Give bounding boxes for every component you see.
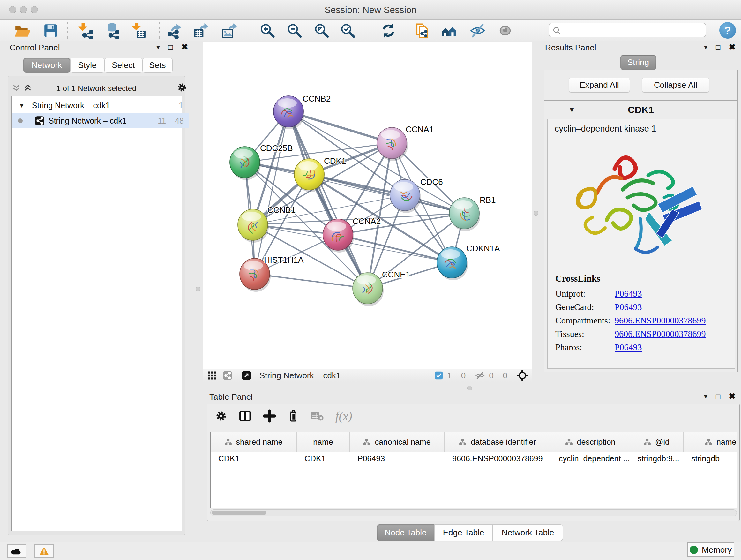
network-panel-gear-icon[interactable] (177, 82, 187, 93)
crosslink-link[interactable]: P06493 (615, 289, 642, 299)
clone-network-icon[interactable] (414, 23, 430, 39)
table-cell[interactable]: stringdb:9... (630, 452, 684, 465)
warnings-button[interactable] (35, 544, 54, 558)
collapse-all-button[interactable]: Collapse All (642, 78, 710, 92)
expand-all-button[interactable]: Expand All (569, 78, 630, 92)
column-header-name[interactable]: name (297, 432, 350, 452)
column-header-shared-name[interactable]: shared name (211, 432, 297, 452)
table-tabs: Node Table Edge Table Network Table (377, 524, 563, 541)
node-CCNB1[interactable] (238, 209, 269, 243)
detach-view-icon[interactable] (242, 371, 251, 380)
crosslink-label: Uniprot: (555, 289, 615, 299)
crosslink-link[interactable]: P06493 (615, 302, 642, 312)
table-cell[interactable]: P06493 (350, 452, 445, 465)
tab-select[interactable]: Select (105, 58, 142, 73)
float-panel-icon[interactable]: □ (716, 392, 721, 401)
save-session-icon[interactable] (43, 23, 59, 39)
hide-selected-eye-slash-icon[interactable] (470, 23, 486, 39)
export-image-icon[interactable] (221, 23, 237, 39)
crosslink-link[interactable]: 9606.ENSP00000378699 (615, 329, 705, 339)
tab-node-table[interactable]: Node Table (377, 524, 434, 541)
column-type-icon (705, 439, 712, 445)
zoom-in-icon[interactable] (259, 23, 275, 39)
network-collection-row[interactable]: ▼ String Network – cdk1 1 (12, 98, 189, 113)
tab-network[interactable]: Network (23, 58, 70, 73)
node-table: shared namenamecanonical namedatabase id… (210, 432, 737, 508)
tab-network-table[interactable]: Network Table (493, 524, 563, 541)
table-options-gear-icon[interactable] (215, 410, 227, 422)
node-CDK1[interactable] (294, 159, 325, 192)
crosslink-label: GeneCard: (555, 302, 615, 312)
zoom-fit-icon[interactable] (313, 23, 329, 39)
table-cell[interactable]: stringdb (684, 452, 737, 465)
float-panel-icon[interactable]: □ (716, 43, 721, 52)
birds-eye-view-icon[interactable] (517, 370, 528, 381)
memory-button[interactable]: Memory (687, 543, 734, 557)
show-columns-icon[interactable] (239, 409, 252, 423)
table-cell[interactable]: CDK1 (297, 452, 350, 465)
table-cell[interactable]: 9606.ENSP00000378699 (445, 452, 551, 465)
node-CDC25B[interactable] (230, 146, 261, 180)
node-RB1[interactable] (449, 198, 480, 231)
node-CCNE1[interactable] (353, 273, 384, 306)
node-CDKN1A[interactable] (437, 247, 468, 280)
close-panel-icon[interactable]: ✖ (729, 391, 736, 401)
column-header-database-identifier[interactable]: database identifier (445, 432, 551, 452)
selected-checkbox-icon[interactable] (434, 371, 443, 380)
refresh-icon[interactable] (381, 23, 396, 39)
node-label-CCNA2: CCNA2 (353, 216, 381, 226)
close-panel-icon[interactable]: ✖ (729, 42, 736, 52)
import-network-from-database-icon[interactable] (104, 23, 119, 39)
table-h-scrollbar-thumb[interactable] (212, 510, 266, 515)
edge-HIST1H1A-CCNE1[interactable] (255, 274, 367, 288)
table-cell[interactable]: cyclin–dependent ... (551, 452, 630, 465)
home-icon[interactable] (441, 23, 457, 39)
create-column-plus-icon[interactable] (263, 409, 276, 423)
zoom-selected-icon[interactable] (340, 23, 355, 39)
column-header-description[interactable]: description (551, 432, 630, 452)
tab-string[interactable]: String (620, 55, 656, 70)
tab-style[interactable]: Style (70, 58, 105, 73)
column-header-@id[interactable]: @id (630, 432, 684, 452)
grid-view-icon[interactable] (207, 371, 217, 380)
table-h-scrollbar[interactable] (210, 509, 737, 516)
collapse-panel-icon[interactable]: ▾ (704, 43, 708, 51)
delete-table-icon-disabled (311, 410, 325, 422)
node-CCNA1[interactable] (377, 127, 408, 161)
collection-expand-caret-icon[interactable]: ▼ (18, 102, 25, 109)
table-cell[interactable]: CDK1 (211, 452, 297, 465)
column-header-namespace[interactable]: namespace (684, 432, 737, 452)
export-table-icon[interactable] (193, 23, 209, 39)
open-session-icon[interactable] (14, 23, 30, 39)
tab-edge-table[interactable]: Edge Table (434, 524, 493, 541)
delete-columns-trash-icon[interactable] (287, 409, 300, 423)
column-header-canonical-name[interactable]: canonical name (350, 432, 445, 452)
crosslink-link[interactable]: P06493 (615, 342, 642, 353)
network-view[interactable]: CCNB2CCNA1CDC25BCDK1CDC6RB1CCNB1CCNA2CDK… (203, 42, 532, 369)
column-header-label: @id (655, 437, 670, 447)
right-splitter-handle[interactable] (534, 211, 538, 215)
network-row-selected[interactable]: String Network – cdk1 11 48 (12, 113, 189, 128)
table-data-row[interactable]: CDK1CDK1P064939606.ENSP00000378699cyclin… (211, 452, 737, 465)
tab-sets[interactable]: Sets (142, 58, 173, 73)
results-actions-box: Expand All Collapse All (544, 70, 738, 100)
horizontal-splitter-handle[interactable] (467, 386, 472, 390)
network-canvas[interactable]: CCNB2CCNA1CDC25BCDK1CDC6RB1CCNB1CCNA2CDK… (203, 43, 532, 369)
cloud-status-button[interactable] (7, 544, 26, 558)
export-network-icon[interactable] (167, 23, 183, 39)
application-window: Session: New Session ? Control Panel (0, 0, 741, 560)
collapse-panel-icon[interactable]: ▾ (156, 43, 160, 51)
search-input[interactable] (563, 24, 700, 36)
node-CDC6[interactable] (390, 179, 421, 213)
table-header-row: shared namenamecanonical namedatabase id… (211, 432, 737, 452)
import-table-file-icon[interactable] (130, 23, 146, 39)
float-panel-icon[interactable]: □ (168, 43, 173, 52)
crosslink-link[interactable]: 9606.ENSP00000378699 (615, 315, 705, 326)
close-panel-icon[interactable]: ✖ (181, 42, 188, 52)
import-network-file-icon[interactable] (77, 23, 93, 39)
collapse-panel-icon[interactable]: ▾ (704, 392, 708, 401)
left-splitter-handle[interactable] (196, 287, 200, 292)
crosslink-row: Uniprot:P06493 (555, 289, 735, 299)
zoom-out-icon[interactable] (286, 23, 302, 39)
help-button[interactable]: ? (719, 22, 736, 39)
